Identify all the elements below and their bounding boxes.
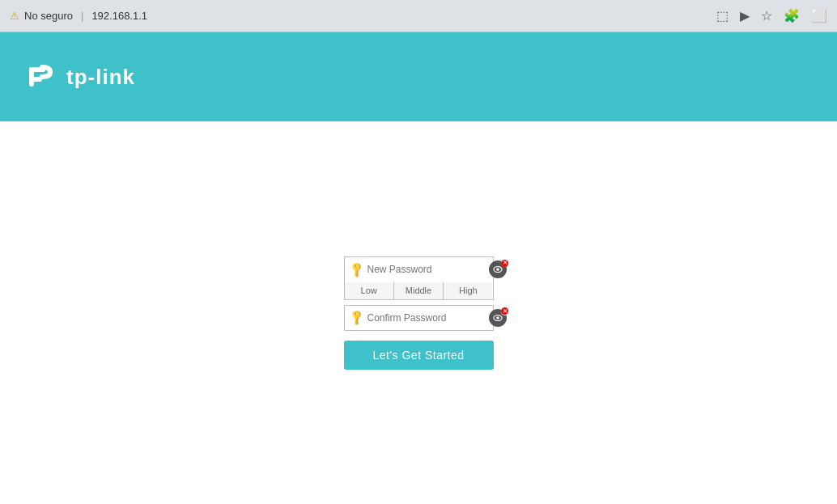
star-icon[interactable]: ☆	[761, 8, 772, 23]
form-container: 🔑 ✕ Low Middle	[344, 256, 494, 370]
confirm-password-row: 🔑 ✕	[344, 305, 494, 331]
strength-middle: Middle	[394, 282, 444, 299]
divider: |	[81, 10, 83, 22]
get-started-button[interactable]: Let's Get Started	[344, 341, 494, 370]
show-confirm-password-button[interactable]: ✕	[489, 309, 507, 327]
browser-actions: ⬚ ▶ ☆ 🧩 ⬜	[716, 8, 827, 23]
play-icon[interactable]: ▶	[740, 8, 750, 23]
new-password-row: 🔑 ✕	[344, 256, 494, 282]
svg-point-4	[496, 268, 499, 271]
browser-chrome: ⚠ No seguro | 192.168.1.1 ⬚ ▶ ☆ 🧩 ⬜	[0, 0, 837, 32]
password-error-badge-confirm: ✕	[501, 307, 509, 316]
ip-address: 192.168.1.1	[91, 10, 147, 22]
svg-point-6	[496, 316, 499, 320]
tplink-logo-icon	[24, 59, 60, 95]
logo-text: tp-link	[66, 65, 135, 90]
key-icon-new: 🔑	[347, 260, 365, 278]
password-error-badge-new: ✕	[501, 259, 509, 267]
key-icon-confirm: 🔑	[347, 309, 365, 327]
new-password-input[interactable]	[368, 264, 489, 275]
strength-low: Low	[345, 282, 394, 299]
password-strength-bar: Low Middle High	[344, 282, 494, 300]
warning-icon: ⚠	[10, 10, 19, 22]
address-bar: ⚠ No seguro | 192.168.1.1	[10, 10, 147, 22]
window-icon[interactable]: ⬜	[811, 8, 827, 23]
strength-high: High	[444, 282, 492, 299]
confirm-password-input[interactable]	[368, 312, 489, 324]
security-label: No seguro	[24, 10, 73, 22]
page-wrapper: tp-link 🔑 ✕	[0, 32, 837, 504]
screenshot-icon[interactable]: ⬚	[716, 8, 729, 23]
show-password-button[interactable]: ✕	[489, 260, 507, 278]
tplink-header: tp-link	[0, 32, 837, 121]
main-content: 🔑 ✕ Low Middle	[0, 121, 837, 504]
puzzle-icon[interactable]: 🧩	[784, 8, 800, 23]
tplink-logo: tp-link	[24, 59, 135, 95]
